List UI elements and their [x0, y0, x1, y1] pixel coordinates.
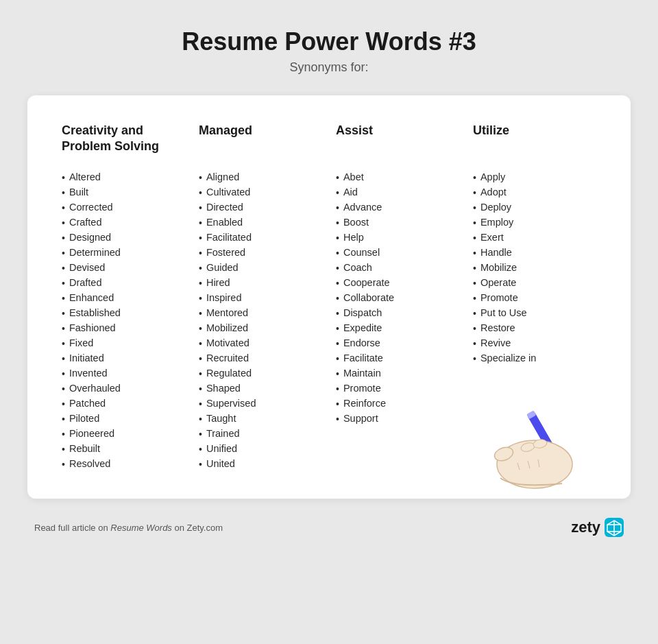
- list-item: Patched: [62, 396, 185, 411]
- list-item: Exert: [473, 230, 596, 245]
- page-title: Resume Power Words #3: [182, 27, 476, 56]
- column-header-managed: Managed: [199, 123, 322, 158]
- word-list-managed: AlignedCultivatedDirectedEnabledFacilita…: [199, 169, 322, 471]
- list-item: Determined: [62, 245, 185, 260]
- list-item: Employ: [473, 215, 596, 230]
- list-item: Designed: [62, 230, 185, 245]
- list-item: Taught: [199, 411, 322, 426]
- list-item: Regulated: [199, 366, 322, 381]
- list-item: Dispatch: [336, 305, 459, 320]
- list-item: Resolved: [62, 456, 185, 471]
- list-item: Shaped: [199, 381, 322, 396]
- list-item: Directed: [199, 200, 322, 215]
- zety-cube-icon: [605, 518, 624, 537]
- list-item: Devised: [62, 260, 185, 275]
- list-item: Pioneered: [62, 426, 185, 441]
- word-columns: Creativity and Problem Solving AlteredBu…: [62, 123, 596, 471]
- list-item: Mobilized: [199, 320, 322, 335]
- list-item: Guided: [199, 260, 322, 275]
- footer-link: Resume Words: [110, 523, 172, 533]
- list-item: Fostered: [199, 245, 322, 260]
- list-item: Overhauled: [62, 381, 185, 396]
- list-item: Hired: [199, 275, 322, 290]
- list-item: Mentored: [199, 305, 322, 320]
- zety-brand: zety: [571, 518, 600, 536]
- word-list-assist: AbetAidAdvanceBoostHelpCounselCoachCoope…: [336, 169, 459, 426]
- list-item: Drafted: [62, 275, 185, 290]
- list-item: Reinforce: [336, 396, 459, 411]
- list-item: Facilitate: [336, 350, 459, 366]
- list-item: Inspired: [199, 290, 322, 305]
- column-assist: Assist AbetAidAdvanceBoostHelpCounselCoa…: [336, 123, 459, 471]
- list-item: Restore: [473, 320, 596, 335]
- list-item: Trained: [199, 426, 322, 441]
- list-item: Aligned: [199, 169, 322, 184]
- content-card: Creativity and Problem Solving AlteredBu…: [27, 95, 631, 499]
- page-subtitle: Synonyms for:: [289, 60, 368, 75]
- column-creativity: Creativity and Problem Solving AlteredBu…: [62, 123, 185, 471]
- column-utilize: Utilize ApplyAdoptDeployEmployExertHandl…: [473, 123, 596, 471]
- list-item: Collaborate: [336, 290, 459, 305]
- footer-suffix: on Zety.com: [172, 523, 223, 533]
- footer: Read full article on Resume Words on Zet…: [27, 518, 631, 537]
- list-item: Revive: [473, 335, 596, 350]
- list-item: Promote: [473, 290, 596, 305]
- list-item: Coach: [336, 260, 459, 275]
- list-item: Endorse: [336, 335, 459, 350]
- list-item: Established: [62, 305, 185, 320]
- list-item: Invented: [62, 366, 185, 381]
- column-managed: Managed AlignedCultivatedDirectedEnabled…: [199, 123, 322, 471]
- list-item: Put to Use: [473, 305, 596, 320]
- list-item: Facilitated: [199, 230, 322, 245]
- list-item: Advance: [336, 200, 459, 215]
- list-item: Handle: [473, 245, 596, 260]
- list-item: Adopt: [473, 184, 596, 200]
- list-item: Unified: [199, 441, 322, 456]
- list-item: Motivated: [199, 335, 322, 350]
- list-item: Boost: [336, 215, 459, 230]
- list-item: Abet: [336, 169, 459, 184]
- column-header-creativity: Creativity and Problem Solving: [62, 123, 185, 158]
- list-item: Fashioned: [62, 320, 185, 335]
- list-item: Aid: [336, 184, 459, 200]
- list-item: Initiated: [62, 350, 185, 366]
- list-item: Cultivated: [199, 184, 322, 200]
- list-item: Mobilize: [473, 260, 596, 275]
- column-header-utilize: Utilize: [473, 123, 596, 158]
- footer-prefix: Read full article on: [34, 523, 110, 533]
- list-item: Recruited: [199, 350, 322, 366]
- list-item: Altered: [62, 169, 185, 184]
- list-item: United: [199, 456, 322, 471]
- list-item: Enabled: [199, 215, 322, 230]
- list-item: Crafted: [62, 215, 185, 230]
- list-item: Help: [336, 230, 459, 245]
- list-item: Enhanced: [62, 290, 185, 305]
- column-header-assist: Assist: [336, 123, 459, 158]
- list-item: Operate: [473, 275, 596, 290]
- list-item: Piloted: [62, 411, 185, 426]
- hand-illustration: [473, 382, 610, 492]
- list-item: Support: [336, 411, 459, 426]
- list-item: Specialize in: [473, 350, 596, 366]
- list-item: Corrected: [62, 200, 185, 215]
- list-item: Expedite: [336, 320, 459, 335]
- list-item: Promote: [336, 381, 459, 396]
- footer-text: Read full article on Resume Words on Zet…: [34, 523, 223, 533]
- list-item: Fixed: [62, 335, 185, 350]
- list-item: Deploy: [473, 200, 596, 215]
- list-item: Maintain: [336, 366, 459, 381]
- zety-logo: zety: [571, 518, 624, 537]
- list-item: Cooperate: [336, 275, 459, 290]
- list-item: Counsel: [336, 245, 459, 260]
- list-item: Built: [62, 184, 185, 200]
- list-item: Supervised: [199, 396, 322, 411]
- word-list-creativity: AlteredBuiltCorrectedCraftedDesignedDete…: [62, 169, 185, 471]
- list-item: Rebuilt: [62, 441, 185, 456]
- word-list-utilize: ApplyAdoptDeployEmployExertHandleMobiliz…: [473, 169, 596, 366]
- list-item: Apply: [473, 169, 596, 184]
